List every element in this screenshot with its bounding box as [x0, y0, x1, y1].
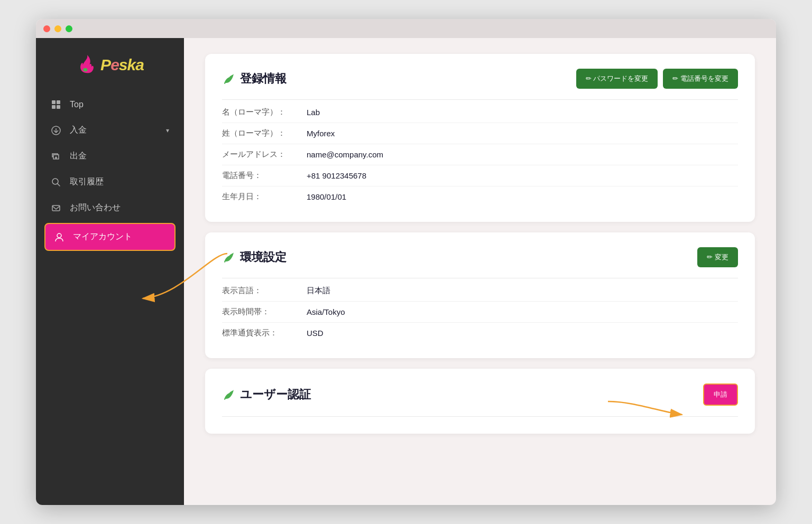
- verification-section: ユーザー認証 申請: [205, 369, 755, 434]
- lastname-value: Myforex: [307, 129, 335, 138]
- sidebar-item-deposit[interactable]: 入金 ▾: [36, 117, 184, 143]
- leaf-icon: [222, 72, 235, 85]
- sidebar-item-history[interactable]: 取引履歴: [36, 169, 184, 195]
- sidebar: Peska Top: [36, 38, 184, 505]
- logo-text: Peska: [100, 56, 144, 74]
- sidebar-item-top-label: Top: [70, 100, 84, 109]
- currency-value: USD: [307, 329, 324, 338]
- language-value: 日本語: [307, 286, 330, 296]
- sidebar-item-withdraw-label: 出金: [70, 151, 87, 162]
- close-button[interactable]: [43, 25, 50, 32]
- environment-title: 環境設定: [240, 249, 287, 265]
- user-icon: [54, 232, 64, 242]
- verification-title-group: ユーザー認証: [222, 387, 311, 403]
- info-row-language: 表示言語： 日本語: [222, 280, 738, 302]
- lastname-label: 姓（ローマ字）：: [222, 128, 307, 138]
- divider-2: [222, 278, 738, 278]
- verification-title: ユーザー認証: [240, 387, 311, 403]
- registration-title-group: 登録情報: [222, 71, 287, 87]
- svg-rect-1: [57, 100, 60, 104]
- svg-point-9: [57, 233, 61, 238]
- email-label: メールアドレス：: [222, 149, 307, 160]
- svg-rect-2: [52, 105, 56, 109]
- change-password-button[interactable]: ✏ パスワードを変更: [576, 69, 658, 89]
- currency-label: 標準通貨表示：: [222, 328, 307, 338]
- registration-actions: ✏ パスワードを変更 ✏ 電話番号を変更: [576, 69, 738, 89]
- environment-actions: ✏ 変更: [697, 247, 738, 267]
- chevron-down-icon: ▾: [166, 127, 169, 134]
- firstname-label: 名（ローマ字）：: [222, 107, 307, 117]
- phone-value: +81 9012345678: [307, 171, 366, 180]
- timezone-value: Asia/Tokyo: [307, 307, 345, 316]
- sidebar-item-history-label: 取引履歴: [70, 176, 104, 188]
- svg-rect-3: [57, 105, 60, 109]
- apply-button[interactable]: 申請: [703, 383, 738, 406]
- change-phone-button[interactable]: ✏ 電話番号を変更: [663, 69, 738, 89]
- phone-label: 電話番号：: [222, 171, 307, 181]
- logo-icon: [76, 54, 98, 76]
- logo-area: Peska: [36, 49, 184, 92]
- info-row-lastname: 姓（ローマ字）： Myforex: [222, 123, 738, 144]
- environment-header: 環境設定 ✏ 変更: [222, 247, 738, 267]
- info-row-timezone: 表示時間帯： Asia/Tokyo: [222, 302, 738, 323]
- divider: [222, 99, 738, 100]
- verification-header: ユーザー認証 申請: [222, 383, 738, 406]
- info-row-email: メールアドレス： name@company.com: [222, 144, 738, 165]
- environment-section: 環境設定 ✏ 変更 表示言語： 日本語 表示時間帯： Asia/Tokyo 標準…: [205, 232, 755, 358]
- mail-icon: [51, 203, 61, 213]
- grid-icon: [51, 99, 61, 110]
- info-row-currency: 標準通貨表示： USD: [222, 323, 738, 343]
- sidebar-item-myaccount-label: マイアカウント: [73, 231, 132, 242]
- sidebar-item-myaccount[interactable]: マイアカウント: [44, 223, 176, 251]
- deposit-icon: [51, 125, 61, 136]
- sidebar-item-withdraw[interactable]: 出金: [36, 143, 184, 169]
- change-settings-button[interactable]: ✏ 変更: [697, 247, 738, 267]
- verification-actions: 申請: [703, 383, 738, 406]
- birthday-value: 1980/01/01: [307, 192, 346, 201]
- info-row-phone: 電話番号： +81 9012345678: [222, 165, 738, 186]
- sidebar-item-top[interactable]: Top: [36, 92, 184, 117]
- svg-line-7: [58, 183, 60, 186]
- search-icon: [51, 177, 61, 188]
- environment-title-group: 環境設定: [222, 249, 287, 265]
- svg-rect-8: [52, 205, 60, 211]
- timezone-label: 表示時間帯：: [222, 307, 307, 317]
- email-value: name@company.com: [307, 150, 383, 159]
- info-row-firstname: 名（ローマ字）： Lab: [222, 102, 738, 123]
- firstname-value: Lab: [307, 108, 320, 117]
- sidebar-item-contact[interactable]: お問い合わせ: [36, 195, 184, 221]
- minimize-button[interactable]: [54, 25, 61, 32]
- sidebar-item-deposit-label: 入金: [70, 125, 87, 136]
- registration-section: 登録情報 ✏ パスワードを変更 ✏ 電話番号を変更 名（ローマ字）： Lab 姓…: [205, 54, 755, 222]
- registration-title: 登録情報: [240, 71, 287, 87]
- sidebar-item-contact-label: お問い合わせ: [70, 202, 121, 213]
- birthday-label: 生年月日：: [222, 192, 307, 202]
- registration-header: 登録情報 ✏ パスワードを変更 ✏ 電話番号を変更: [222, 69, 738, 89]
- leaf-icon-3: [222, 388, 235, 401]
- titlebar: [36, 19, 776, 38]
- maximize-button[interactable]: [66, 25, 72, 32]
- main-content: 登録情報 ✏ パスワードを変更 ✏ 電話番号を変更 名（ローマ字）： Lab 姓…: [184, 38, 776, 505]
- withdraw-icon: [51, 151, 61, 162]
- info-row-birthday: 生年月日： 1980/01/01: [222, 186, 738, 207]
- language-label: 表示言語：: [222, 286, 307, 296]
- svg-rect-0: [52, 100, 56, 104]
- leaf-icon-2: [222, 251, 235, 264]
- divider-3: [222, 416, 738, 417]
